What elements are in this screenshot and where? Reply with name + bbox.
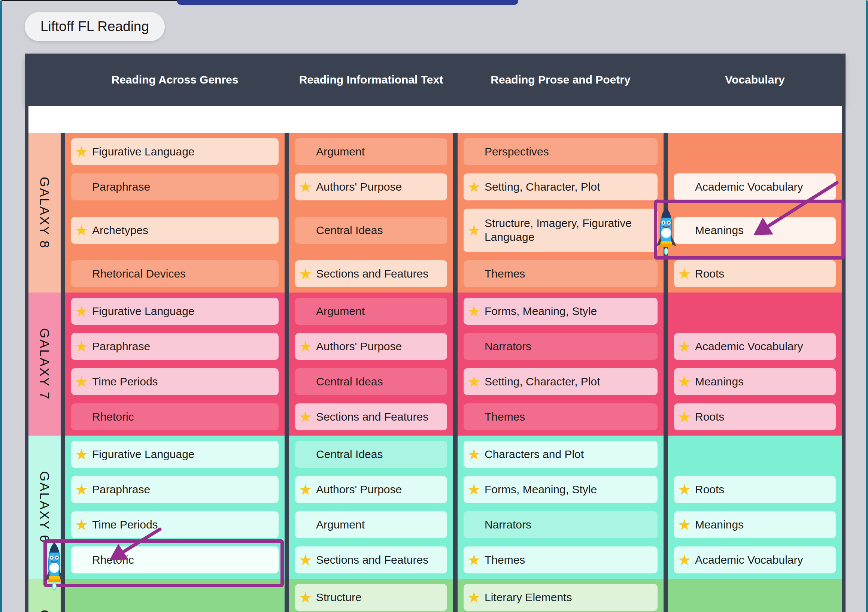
skill-chip-perspectives[interactable]: Perspectives — [463, 138, 657, 165]
skill-chip-paraphrase[interactable]: ★Paraphrase — [71, 476, 279, 503]
rocket-mascot-icon — [654, 207, 678, 256]
table-side-border-left — [25, 54, 28, 612]
skill-chip-setting-character-plot[interactable]: ★Setting, Character, Plot — [463, 368, 657, 395]
galaxy-label-galaxy-8: GALAXY 8 — [37, 177, 52, 249]
skill-chip-roots[interactable]: ★Roots — [674, 260, 836, 287]
skill-chip-label: Paraphrase — [92, 340, 150, 354]
skill-chip-figurative-language[interactable]: ★Figurative Language — [71, 298, 279, 325]
skill-chip-label: Argument — [316, 145, 365, 159]
skill-chip-forms-meaning-style[interactable]: ★Forms, Meaning, Style — [463, 476, 657, 503]
skill-chip-authors-purpose[interactable]: ★Authors' Purpose — [295, 173, 447, 200]
skill-chip-label: Authors' Purpose — [316, 180, 402, 194]
skill-chip-argument[interactable]: Argument — [295, 298, 447, 325]
skill-chip-meanings[interactable]: ★Meanings — [674, 368, 836, 395]
star-icon: ★ — [75, 482, 88, 497]
skill-chip-label: Archetypes — [92, 224, 148, 238]
skill-chip-central-ideas[interactable]: Central Ideas — [295, 217, 447, 244]
annotation-box — [654, 200, 845, 259]
star-icon: ★ — [75, 517, 88, 532]
skill-chip-label: Narrators — [485, 518, 532, 532]
star-icon: ★ — [467, 482, 481, 497]
skill-chip-label: Themes — [485, 267, 525, 281]
skill-chip-label: Sections and Features — [316, 267, 428, 281]
skill-chip-roots[interactable]: ★Roots — [674, 403, 836, 430]
star-icon: ★ — [299, 553, 312, 567]
star-icon: ★ — [467, 374, 481, 389]
star-icon: ★ — [75, 447, 88, 462]
skill-chip-meanings[interactable]: ★Meanings — [674, 511, 836, 538]
skill-chip-archetypes[interactable]: ★Archetypes — [71, 217, 279, 244]
skill-chip-themes[interactable]: ★Themes — [463, 547, 657, 573]
skill-chip-label: Sections and Features — [316, 410, 428, 424]
star-icon: ★ — [467, 304, 481, 319]
star-icon: ★ — [467, 179, 481, 194]
galaxy-label-galaxy-6: GALAXY 6 — [37, 471, 52, 544]
star-icon: ★ — [678, 409, 691, 424]
skill-chip-label: Argument — [316, 304, 365, 318]
skill-chip-label: Paraphrase — [92, 180, 150, 194]
skill-chip-time-periods[interactable]: ★Time Periods — [71, 368, 279, 395]
skill-chip-label: Argument — [316, 518, 365, 532]
app-title-pill[interactable]: Liftoff FL Reading — [25, 12, 165, 41]
skill-chip-figurative-language[interactable]: ★Figurative Language — [71, 441, 279, 468]
star-icon: ★ — [75, 223, 88, 238]
skill-chip-forms-meaning-style[interactable]: ★Forms, Meaning, Style — [463, 298, 657, 325]
skill-chip-paraphrase[interactable]: Paraphrase — [71, 173, 279, 200]
skill-chip-structure[interactable]: ★Structure — [295, 584, 447, 611]
skill-chip-label: Roots — [695, 483, 724, 497]
star-icon: ★ — [75, 339, 88, 354]
skill-chip-figurative-language[interactable]: ★Figurative Language — [71, 138, 279, 165]
skill-chip-literary-elements[interactable]: ★Literary Elements — [463, 584, 657, 611]
star-icon: ★ — [678, 553, 691, 567]
skill-chip-authors-purpose[interactable]: ★Authors' Purpose — [295, 333, 447, 360]
star-icon: ★ — [678, 517, 691, 532]
skill-chip-label: Central Ideas — [316, 447, 383, 461]
skill-chip-label: Central Ideas — [316, 224, 383, 238]
star-icon: ★ — [467, 223, 481, 238]
skill-chip-rhetorical-devices[interactable]: Rhetorical Devices — [71, 260, 279, 287]
skill-chip-argument[interactable]: Argument — [295, 511, 447, 538]
column-header-reading-across-genres: Reading Across Genres — [65, 54, 285, 106]
skill-chip-label: Themes — [485, 410, 525, 424]
skill-chip-label: Forms, Meaning, Style — [485, 483, 597, 497]
skill-chip-themes[interactable]: Themes — [463, 403, 657, 430]
skill-chip-sections-and-features[interactable]: ★Sections and Features — [295, 547, 447, 573]
window-accent-right-bar — [866, 0, 868, 612]
skill-chip-label: Authors' Purpose — [316, 483, 402, 497]
skill-chip-narrators[interactable]: Narrators — [463, 333, 657, 360]
skill-chip-label: Time Periods — [92, 518, 158, 532]
skill-chip-paraphrase[interactable]: ★Paraphrase — [71, 333, 279, 360]
skill-chip-narrators[interactable]: Narrators — [463, 511, 657, 538]
skill-chip-argument[interactable]: Argument — [295, 138, 447, 165]
skill-chip-label: Roots — [695, 267, 724, 281]
skill-chip-structure-imagery-figurative-language[interactable]: ★Structure, Imagery, Figurative Language — [463, 209, 657, 252]
skill-chip-label: Figurative Language — [92, 304, 195, 318]
skill-chip-sections-and-features[interactable]: ★Sections and Features — [295, 260, 447, 287]
skill-chip-label: Narrators — [485, 340, 532, 354]
skill-chip-roots[interactable]: ★Roots — [674, 476, 836, 503]
skill-chip-setting-character-plot[interactable]: ★Setting, Character, Plot — [463, 173, 657, 200]
skill-chip-themes[interactable]: Themes — [463, 260, 657, 287]
star-icon: ★ — [678, 266, 691, 281]
skill-chip-central-ideas[interactable]: Central Ideas — [295, 441, 447, 468]
skill-chip-rhetoric[interactable]: Rhetoric — [71, 403, 279, 430]
galaxy-label-galaxy-5: GALAXY 5 — [37, 610, 52, 612]
skill-chip-academic-vocabulary[interactable]: ★Academic Vocabulary — [674, 547, 836, 573]
skill-chip-label: Roots — [695, 410, 724, 424]
skill-chip-academic-vocabulary[interactable]: Academic Vocabulary — [674, 173, 836, 200]
liftoff-curriculum-page: Liftoff FL Reading Reading Across Genres… — [0, 0, 868, 612]
skill-chip-characters-and-plot[interactable]: ★Characters and Plot — [463, 441, 657, 468]
skill-chip-authors-purpose[interactable]: ★Authors' Purpose — [295, 476, 447, 503]
skill-chip-academic-vocabulary[interactable]: ★Academic Vocabulary — [674, 333, 836, 360]
star-icon: ★ — [75, 304, 88, 319]
skill-chip-label: Characters and Plot — [485, 447, 584, 461]
star-icon: ★ — [678, 339, 691, 354]
skill-chip-central-ideas[interactable]: Central Ideas — [295, 368, 447, 395]
skill-chip-label: Academic Vocabulary — [695, 340, 803, 354]
skill-chip-time-periods[interactable]: ★Time Periods — [71, 511, 279, 538]
star-icon: ★ — [467, 447, 481, 462]
star-icon: ★ — [299, 339, 312, 354]
legend-strip — [28, 106, 842, 133]
column-header-vocabulary: Vocabulary — [668, 54, 842, 106]
skill-chip-sections-and-features[interactable]: ★Sections and Features — [295, 403, 447, 430]
